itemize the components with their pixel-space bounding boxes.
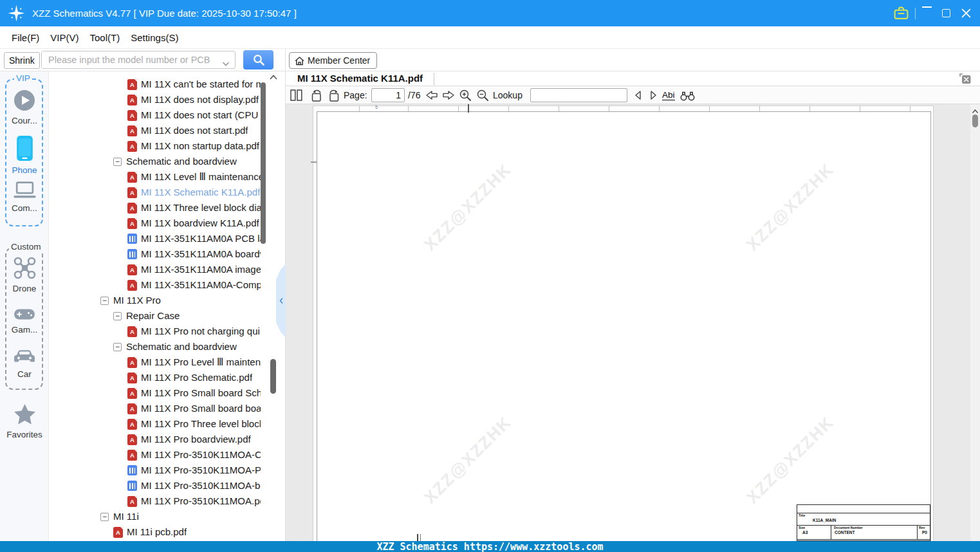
- collapse-icon[interactable]: −: [100, 297, 109, 305]
- scroll-up-icon[interactable]: [268, 73, 279, 84]
- pdf-file-icon: A: [127, 496, 137, 507]
- tree-item-label: Repair Case: [126, 308, 180, 324]
- tree-file[interactable]: AMI 11X Pro boardview.pdf: [49, 432, 261, 447]
- tree-file[interactable]: MI 11X-351K11AM0A boardv: [49, 246, 261, 262]
- tree-node[interactable]: −Schematic and boardview: [49, 154, 261, 169]
- tree-file[interactable]: AMI 11X can't be started for m: [49, 77, 261, 92]
- menu-tool[interactable]: Tool(T): [90, 32, 120, 43]
- pdf-file-icon: A: [127, 95, 137, 106]
- rail-item-courses[interactable]: Cour...: [0, 89, 49, 125]
- rail-item-phone[interactable]: Phone: [0, 135, 49, 175]
- viewer-scrollbar-thumb[interactable]: [972, 115, 978, 127]
- tree-item-label: MI 11X Level Ⅲ maintenance: [141, 169, 261, 185]
- sheet-frame: [317, 111, 317, 541]
- tree-file[interactable]: AMI 11X-351K11AM0A-Comp: [49, 277, 261, 293]
- tree-file[interactable]: AMI 11X non startup data.pdf: [49, 138, 261, 154]
- tree-file[interactable]: AMI 11X-351K11AM0A image: [49, 262, 261, 277]
- shrink-button[interactable]: Shrink: [4, 52, 40, 69]
- rail-item-favorites[interactable]: Favorites: [0, 403, 49, 439]
- next-page-icon[interactable]: [441, 86, 456, 104]
- tree-file[interactable]: AMI 11X Schematic K11A.pdf: [49, 185, 261, 200]
- two-page-view-icon[interactable]: [290, 86, 303, 104]
- tree-node[interactable]: −MI 11i: [49, 509, 261, 524]
- collapse-icon[interactable]: −: [113, 343, 122, 351]
- pdf-file-icon: A: [127, 172, 137, 183]
- rotate-left-icon[interactable]: [310, 86, 324, 104]
- find-previous-icon[interactable]: [633, 86, 643, 104]
- tree-node[interactable]: −Repair Case: [49, 308, 261, 324]
- previous-page-icon[interactable]: [425, 86, 439, 104]
- footer-bar: XZZ Schematics https://www.xzztools.com: [0, 541, 980, 552]
- tree-file[interactable]: AMI 11X does not start.pdf: [49, 123, 261, 138]
- pdf-canvas[interactable]: 5 XZZ@XZZHK XZZ@XZZHK XZZ@XZZHK XZZ@XZZH…: [286, 104, 970, 541]
- close-button[interactable]: [957, 0, 974, 26]
- tree-file[interactable]: AMI 11X Pro-3510K11MOA-Co: [49, 447, 261, 463]
- drone-icon: [13, 256, 37, 280]
- document-tab[interactable]: MI 11X Schematic K11A.pdf: [297, 73, 423, 84]
- rail-label: Cour...: [0, 116, 49, 125]
- star-icon: [13, 403, 37, 426]
- tree-file[interactable]: MI 11X-351K11AM0A PCB la: [49, 231, 261, 246]
- tree-file[interactable]: AMI 11X does not start (CPU fa: [49, 107, 261, 123]
- find-next-icon[interactable]: [649, 86, 658, 104]
- menu-vip[interactable]: VIP(V): [50, 32, 79, 43]
- tree-file[interactable]: AMI 11X Pro-3510K11MOA.pd: [49, 493, 261, 509]
- tree-file[interactable]: AMI 11X Pro Small board Sche: [49, 385, 261, 401]
- menu-file[interactable]: File(F): [12, 32, 39, 43]
- tree-file[interactable]: MI 11X Pro-3510K11MOA-PC: [49, 463, 261, 478]
- panel-scrollbar-thumb[interactable]: [270, 359, 276, 394]
- rail-item-car[interactable]: Car: [0, 348, 49, 379]
- collapse-panel-handle[interactable]: [276, 264, 286, 338]
- titleblock-label: Size: [799, 526, 805, 529]
- tree-file[interactable]: AMI 11X Pro Level Ⅲ maintena: [49, 354, 261, 370]
- viewer-scrollbar[interactable]: [970, 104, 980, 541]
- tree-file[interactable]: AMI 11X does not display.pdf: [49, 92, 261, 107]
- footer-text: XZZ Schematics https://www.xzztools.com: [376, 541, 603, 552]
- tree-file[interactable]: AMI 11X Pro Three level block: [49, 416, 261, 432]
- page-number-input[interactable]: [371, 88, 405, 102]
- tree-node[interactable]: −Schematic and boardview: [49, 339, 261, 354]
- zone-tick: [860, 106, 860, 111]
- toolbox-icon[interactable]: [893, 0, 910, 26]
- rotate-right-icon[interactable]: [327, 86, 341, 104]
- tree-item-label: MI 11X Pro Schematic.pdf: [141, 370, 252, 385]
- pdf-file-icon: A: [127, 357, 137, 368]
- collapse-icon[interactable]: −: [100, 513, 109, 521]
- lookup-input[interactable]: [530, 88, 627, 102]
- pdf-file-icon: A: [127, 110, 137, 121]
- member-center-button[interactable]: Member Center: [289, 52, 377, 69]
- minimize-button[interactable]: [919, 0, 934, 26]
- tree-file[interactable]: AMI 11X Three level block dia: [49, 200, 261, 216]
- search-input[interactable]: [42, 51, 219, 68]
- lookup-label: Lookup: [493, 86, 522, 104]
- search-button[interactable]: [243, 50, 273, 69]
- rail-item-game[interactable]: Gam...: [0, 308, 49, 335]
- chevron-down-icon[interactable]: [222, 58, 230, 69]
- tree-file[interactable]: AMI 11X Level Ⅲ maintenance: [49, 169, 261, 185]
- binoculars-icon[interactable]: [680, 86, 696, 104]
- zoom-in-icon[interactable]: [459, 86, 472, 104]
- maximize-button[interactable]: [938, 0, 954, 26]
- tree-file[interactable]: AMI 11X boardview K11A.pdf: [49, 216, 261, 231]
- close-tab-icon[interactable]: [958, 72, 972, 87]
- vip-group-label: VIP: [14, 73, 32, 83]
- pdf-toolbar: Page: /76 Lookup Abi: [286, 86, 980, 104]
- rail-item-computer[interactable]: Com...: [0, 181, 49, 213]
- menu-settings[interactable]: Settings(S): [131, 32, 178, 43]
- collapse-icon[interactable]: −: [113, 158, 122, 166]
- rail-label: Phone: [0, 165, 49, 175]
- tree-file[interactable]: AMI 11i pcb.pdf: [49, 524, 261, 540]
- match-case-icon[interactable]: Abi: [662, 90, 675, 100]
- collapse-icon[interactable]: −: [113, 312, 122, 320]
- tree-file[interactable]: AMI 11X Pro Schematic.pdf: [49, 370, 261, 385]
- tree-node[interactable]: −MI 11X Pro: [49, 293, 261, 308]
- rail-item-drone[interactable]: Drone: [0, 256, 49, 293]
- zone-tick: [508, 106, 509, 111]
- tree-scrollbar-thumb[interactable]: [261, 82, 266, 244]
- zoom-out-icon[interactable]: [476, 86, 489, 104]
- zone-tick: [609, 106, 609, 111]
- tree-file[interactable]: AMI 11X Pro not charging qui: [49, 324, 261, 339]
- tree-file[interactable]: AMI 11X Pro Small board boar: [49, 401, 261, 416]
- pdf-file-icon: A: [127, 388, 137, 399]
- tree-file[interactable]: MI 11X Pro-3510K11MOA-bo: [49, 478, 261, 493]
